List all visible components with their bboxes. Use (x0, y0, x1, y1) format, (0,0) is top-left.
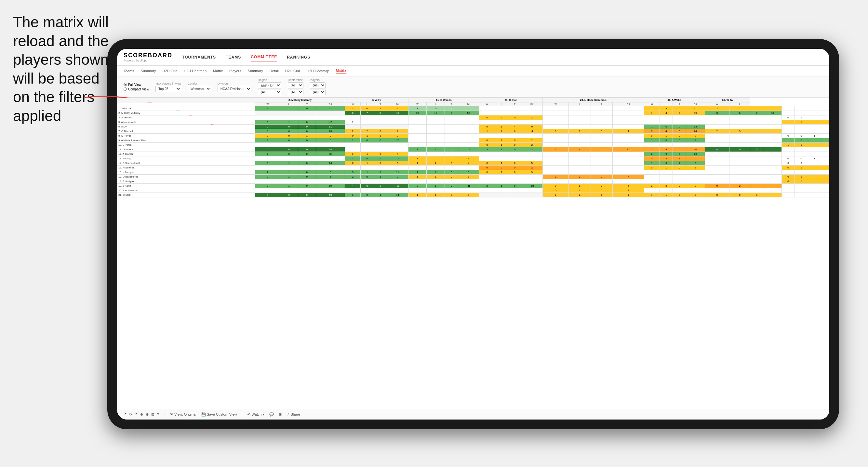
players-select[interactable]: (All) (310, 82, 326, 89)
matrix-cell (569, 138, 591, 143)
matrix-content[interactable]: 2. M Kelly Mulcahy 6. A Dy 11. G Woods 2… (117, 98, 829, 409)
matrix-cell (821, 175, 829, 179)
matrix-cell: 0 (659, 152, 673, 156)
matrix-cell: 7 (361, 111, 374, 116)
matrix-cell (795, 125, 808, 129)
reset-button[interactable]: ↺ (135, 412, 137, 416)
matrix-cell (808, 175, 821, 179)
sub-nav-h2h-grid2[interactable]: H2H Grid (285, 68, 300, 74)
max-players-select[interactable]: Top 25 (155, 86, 181, 92)
watch-button[interactable]: 👁 Watch ▾ (247, 412, 265, 416)
nav-tournaments[interactable]: TOURNAMENTS (182, 53, 216, 61)
matrix-cell: 5 (387, 161, 408, 165)
matrix-cell (280, 188, 298, 193)
matrix-cell (644, 175, 659, 179)
full-view-radio[interactable]: Full View (124, 83, 149, 87)
matrix-cell: -7 (387, 138, 408, 143)
player-name: 18. J Hodgson (117, 179, 255, 184)
matrix-cell: 0 (673, 125, 686, 129)
matrix-cell: 1 (458, 175, 479, 179)
matrix-cell: 1 (495, 143, 508, 147)
nav-rankings[interactable]: RANKINGS (287, 53, 310, 61)
matrix-cell: 0 (298, 147, 316, 152)
zoom-out-button[interactable]: ⊖ (140, 412, 143, 416)
matrix-cell: 0 (673, 165, 686, 170)
conference-sub-select[interactable]: (All) (288, 89, 303, 95)
matrix-cell (408, 129, 426, 134)
matrix-cell: 7 (613, 175, 644, 179)
matrix-cell (508, 179, 521, 184)
matrix-cell: 2 (542, 193, 568, 197)
sub-nav-summary1[interactable]: Summary (141, 68, 156, 74)
matrix-cell (821, 170, 829, 175)
matrix-cell: 3 (750, 193, 763, 197)
matrix-cell (495, 179, 508, 184)
compact-view-radio[interactable]: Compact View (124, 88, 149, 91)
gender-select[interactable]: Women's (188, 86, 211, 92)
undo-button[interactable]: ↺ (124, 412, 126, 416)
matrix-cell (591, 165, 613, 170)
matrix-cell (521, 156, 543, 161)
matrix-cell: 1 (361, 170, 374, 175)
sub-nav-teams[interactable]: Teams (124, 68, 134, 74)
matrix-cell (808, 193, 821, 197)
matrix-cell (495, 152, 508, 156)
matrix-cell (387, 179, 408, 184)
matrix-cell (795, 147, 808, 152)
zoom-in-button[interactable]: ⊕ (146, 412, 149, 416)
matrix-cell: 1 (255, 138, 280, 143)
matrix-cell (686, 120, 705, 125)
region-sub-select[interactable]: (All) (258, 89, 281, 95)
view-original-button[interactable]: 👁 View: Original (170, 412, 196, 416)
matrix-cell (686, 116, 705, 120)
matrix-cell (591, 161, 613, 165)
sub-nav-h2h-heatmap2[interactable]: H2H Heatmap (307, 68, 330, 74)
matrix-cell: 5 (521, 161, 543, 165)
sub-nav-summary2[interactable]: Summary (248, 68, 263, 74)
matrix-cell (659, 143, 673, 147)
matrix-cell (542, 170, 568, 175)
redo-button[interactable]: ↻ (129, 412, 132, 416)
matrix-cell (255, 156, 280, 161)
players-sub-select[interactable]: (All) (310, 89, 326, 95)
matrix-cell (644, 120, 659, 125)
division-select[interactable]: NCAA Division II (218, 86, 251, 92)
matrix-cell: 1 (781, 120, 795, 125)
matrix-cell: 1 (569, 184, 591, 188)
comment-button[interactable]: 💬 (269, 412, 274, 416)
matrix-cell (673, 179, 686, 184)
sub-nav-players[interactable]: Players (229, 68, 241, 74)
matrix-cell (408, 188, 426, 193)
matrix-cell (361, 179, 374, 184)
matrix-cell (495, 188, 508, 193)
region-select[interactable]: East - DII (258, 82, 281, 89)
matrix-cell: 0 (427, 170, 445, 175)
grid-button[interactable]: ⊞ (279, 412, 282, 416)
sub-nav-matrix2[interactable]: Matrix (336, 68, 346, 74)
matrix-cell (613, 161, 644, 165)
matrix-cell: 3 (374, 134, 387, 138)
sub-nav-matrix1[interactable]: Matrix (213, 68, 223, 74)
sub-nav-h2h-grid1[interactable]: H2H Grid (162, 68, 177, 74)
matrix-cell (781, 170, 795, 175)
nav-committee[interactable]: COMMITTEE (251, 53, 277, 61)
refresh-button[interactable]: ⟳ (157, 412, 160, 416)
save-custom-button[interactable]: 💾 Save Custom View (201, 412, 237, 416)
matrix-cell (508, 156, 521, 161)
matrix-cell (821, 116, 829, 120)
sh-l1: L (280, 102, 298, 106)
matrix-cell: 6 (730, 111, 750, 116)
matrix-cell (705, 170, 730, 175)
matrix-cell (795, 188, 808, 193)
view-options: Full View Compact View (124, 83, 149, 91)
sub-nav-detail[interactable]: Detail (270, 68, 279, 74)
matrix-cell (821, 152, 829, 156)
sub-nav-h2h-heatmap1[interactable]: H2H Heatmap (184, 68, 207, 74)
matrix-cell: 0 (298, 120, 316, 125)
nav-teams[interactable]: TEAMS (226, 53, 241, 61)
matrix-cell: 0 (508, 165, 521, 170)
share-button[interactable]: ↗ Share (286, 412, 300, 416)
fit-button[interactable]: ⊡ (151, 412, 154, 416)
conference-select[interactable]: (All) (288, 82, 303, 89)
matrix-cell (521, 188, 543, 193)
